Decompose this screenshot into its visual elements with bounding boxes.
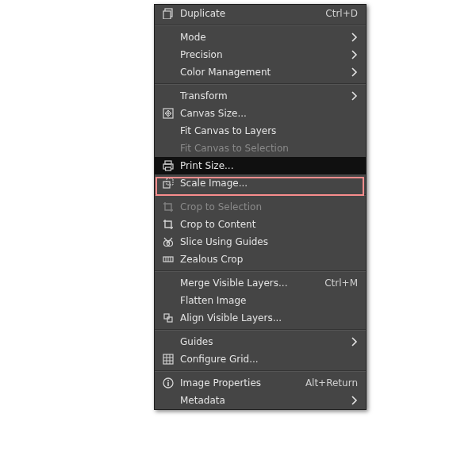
menu-item-label: Guides [175,336,350,347]
menu-item-label: Flatten Image [175,295,358,306]
menu-item-label: Slice Using Guides [175,236,358,247]
menu-item-fit-canvas-selection: Fit Canvas to Selection [155,140,366,157]
menu-item-label: Configure Grid... [175,354,358,365]
menu-item-color-management[interactable]: Color Management [155,63,366,81]
scale-icon [161,178,175,189]
menu-item-label: Zealous Crop [175,254,358,265]
canvas-size-icon [161,108,175,119]
menu-item-align-visible[interactable]: Align Visible Layers... [155,309,366,327]
menu-item-label: Metadata [175,395,350,406]
menu-item-precision[interactable]: Precision [155,46,366,63]
menu-item-shortcut: Ctrl+D [319,8,358,19]
menu-separator [155,83,366,85]
menu-item-label: Image Properties [175,377,299,389]
menu-item-image-properties[interactable]: Image Properties Alt+Return [155,374,366,392]
menu-separator [155,25,366,26]
menu-item-label: Mode [175,32,350,43]
menu-item-duplicate[interactable]: Duplicate Ctrl+D [155,5,366,22]
crop-icon [161,201,175,212]
menu-item-guides[interactable]: Guides [155,333,366,350]
menu-item-label: Duplicate [175,8,319,19]
menu-item-label: Canvas Size... [175,108,358,119]
menu-item-merge-visible[interactable]: Merge Visible Layers... Ctrl+M [155,274,366,292]
menu-item-label: Crop to Selection [175,201,358,212]
menu-item-print-size[interactable]: Print Size... [155,157,366,174]
context-menu: Duplicate Ctrl+D Mode Precision Color Ma… [154,4,367,410]
menu-separator [155,194,366,196]
menu-item-label: Fit Canvas to Selection [175,143,358,154]
menu-item-label: Merge Visible Layers... [175,278,318,289]
duplicate-icon [161,8,175,19]
menu-item-scale-image[interactable]: Scale Image... [155,174,366,192]
crop-icon [161,219,175,230]
menu-item-transform[interactable]: Transform [155,87,366,105]
menu-item-label: Scale Image... [175,178,358,189]
menu-item-label: Print Size... [175,160,358,171]
menu-item-flatten-image[interactable]: Flatten Image [155,292,366,309]
menu-item-crop-content[interactable]: Crop to Content [155,216,366,233]
menu-item-label: Align Visible Layers... [175,312,358,323]
menu-item-label: Fit Canvas to Layers [175,125,358,136]
align-icon [161,312,175,323]
menu-item-shortcut: Ctrl+M [318,278,358,289]
menu-item-shortcut: Alt+Return [299,377,358,389]
menu-item-metadata[interactable]: Metadata [155,392,366,409]
menu-item-mode[interactable]: Mode [155,29,366,46]
chevron-right-icon [350,32,358,43]
menu-separator [155,370,366,372]
menu-item-canvas-size[interactable]: Canvas Size... [155,105,366,122]
menu-item-label: Color Management [175,67,350,78]
chevron-right-icon [350,90,358,101]
zealous-icon [161,254,175,265]
menu-item-label: Crop to Content [175,219,358,230]
menu-separator [155,329,366,331]
menu-item-label: Precision [175,49,350,60]
chevron-right-icon [350,49,358,60]
menu-item-fit-canvas-layers[interactable]: Fit Canvas to Layers [155,122,366,140]
menu-item-slice-guides[interactable]: Slice Using Guides [155,233,366,251]
chevron-right-icon [350,67,358,78]
printer-icon [161,160,175,171]
chevron-right-icon [350,336,358,347]
info-icon [161,377,175,389]
menu-item-configure-grid[interactable]: Configure Grid... [155,350,366,368]
chevron-right-icon [350,395,358,406]
grid-icon [161,354,175,365]
menu-item-crop-selection: Crop to Selection [155,198,366,216]
slice-icon [161,236,175,247]
menu-item-label: Transform [175,90,350,101]
menu-separator [155,270,366,272]
menu-item-zealous-crop[interactable]: Zealous Crop [155,251,366,268]
